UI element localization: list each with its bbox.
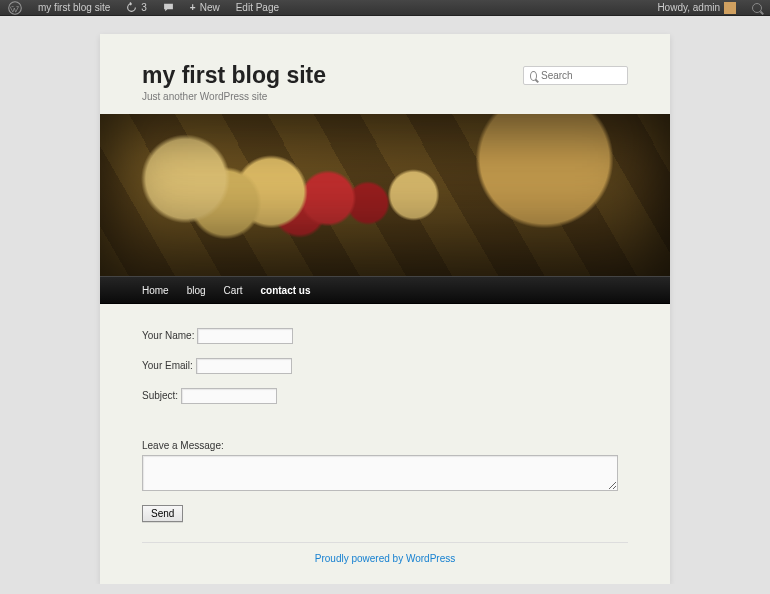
admin-comments[interactable] [155,0,182,16]
admin-updates[interactable]: 3 [118,0,155,16]
name-label: Your Name: [142,330,194,341]
admin-site-link[interactable]: my first blog site [30,0,118,16]
subject-label: Subject: [142,390,178,401]
subject-input[interactable] [181,388,277,404]
nav-home[interactable]: Home [142,285,169,296]
wp-logo-menu[interactable] [0,0,30,16]
primary-nav: Home blog Cart contact us [100,276,670,304]
site-footer: Proudly powered by WordPress [142,542,628,574]
admin-new[interactable]: + New [182,0,228,16]
search-icon [752,3,762,13]
email-input[interactable] [196,358,292,374]
plus-icon: + [190,2,196,13]
updates-count: 3 [141,2,147,13]
new-label: New [200,2,220,13]
admin-account[interactable]: Howdy, admin [649,0,744,16]
wordpress-icon [8,1,22,15]
comment-icon [163,2,174,13]
wp-admin-bar: my first blog site 3 + New Edit Page How… [0,0,770,16]
footer-credit-link[interactable]: Proudly powered by WordPress [315,553,455,564]
edit-page-label: Edit Page [236,2,279,13]
name-input[interactable] [197,328,293,344]
content-area: Your Name: Your Email: Subject: Leave a … [100,304,670,532]
admin-search-toggle[interactable] [744,0,770,16]
nav-contact-us[interactable]: contact us [261,285,311,296]
nav-blog[interactable]: blog [187,285,206,296]
search-icon [530,71,537,81]
admin-edit-page[interactable]: Edit Page [228,0,287,16]
refresh-icon [126,2,137,13]
header-image [100,114,670,276]
email-label: Your Email: [142,360,193,371]
nav-cart[interactable]: Cart [224,285,243,296]
send-button[interactable]: Send [142,505,183,522]
site-header: my first blog site Just another WordPres… [100,34,670,114]
page: my first blog site Just another WordPres… [100,34,670,584]
greeting-text: Howdy, admin [657,2,720,13]
search-form[interactable] [523,66,628,85]
site-tagline: Just another WordPress site [142,91,326,102]
search-input[interactable] [541,70,621,81]
avatar [724,2,736,14]
message-label: Leave a Message: [142,440,628,451]
admin-site-name: my first blog site [38,2,110,13]
site-title[interactable]: my first blog site [142,62,326,89]
message-textarea[interactable] [142,455,618,491]
